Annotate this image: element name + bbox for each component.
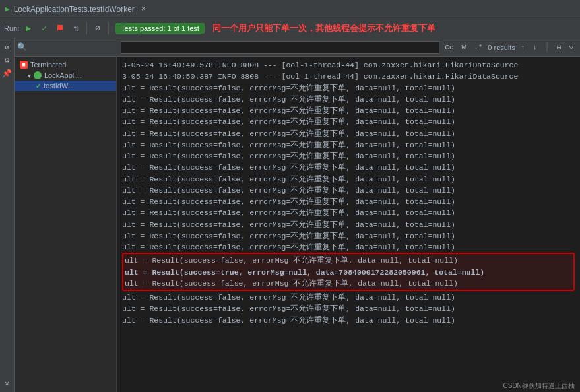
log-line: ult = Result(success=false, errorMsg=不允许… <box>122 94 575 105</box>
top-tab-bar: ▶ LockApplicationTests.testIdWorker × <box>0 0 580 18</box>
log-line: ult = Result(success=false, errorMsg=不允许… <box>122 139 575 150</box>
log-line: ult = Result(success=false, errorMsg=不允许… <box>122 230 575 242</box>
log-line: ult = Result(success=false, errorMsg=不允许… <box>122 219 575 230</box>
log-next-result-icon[interactable]: ↓ <box>531 42 540 53</box>
log-line: ult = Result(success=true, errorMsg=null… <box>125 267 572 278</box>
run-check-icon[interactable]: ✓ <box>38 22 51 35</box>
log-panel: Cc W .* 0 results ↑ ↓ | ⊟ ▽ 3-05-24 16:4… <box>117 38 580 392</box>
separator2 <box>108 22 109 34</box>
separator1 <box>86 22 87 34</box>
tab-close-button[interactable]: × <box>141 5 146 14</box>
action-rerun-icon[interactable]: ↺ <box>1 41 13 53</box>
log-line: ult = Result(success=false, errorMsg=不允许… <box>122 162 575 173</box>
action-pin-icon[interactable]: 📌 <box>1 67 13 79</box>
log-line: ult = Result(success=false, errorMsg=不允许… <box>122 303 575 314</box>
tree-item-terminated-label: Terminated <box>30 61 66 69</box>
test-tree: ■ Terminated ▾ LockAppli... ✔ testIdW... <box>15 57 116 392</box>
action-close-icon[interactable]: ✕ <box>1 377 13 389</box>
log-line: ult = Result(success=false, errorMsg=不允许… <box>122 150 575 162</box>
log-line: ult = Result(success=false, errorMsg=不允许… <box>122 82 575 94</box>
run-label: Run: <box>4 24 19 32</box>
test-status-badge: Tests passed: 1 of 1 test <box>115 23 205 34</box>
log-w-label[interactable]: W <box>459 42 469 53</box>
log-line: ult = Result(success=false, errorMsg=不允许… <box>122 196 575 207</box>
log-line: ult = Result(success=false, errorMsg=不允许… <box>122 128 575 139</box>
log-toolbar: Cc W .* 0 results ↑ ↓ | ⊟ ▽ <box>117 38 580 57</box>
log-line: ult = Result(success=false, errorMsg=不允许… <box>122 105 575 116</box>
log-line: 3-05-24 16:40:50.387 INFO 8808 --- [ool-… <box>122 71 575 82</box>
log-line: ult = Result(success=false, errorMsg=不允许… <box>122 174 575 185</box>
log-results-count: 0 results <box>488 44 515 51</box>
sidebar-search-input[interactable] <box>30 44 117 51</box>
class-icon <box>34 71 42 79</box>
log-line: ult = Result(success=false, errorMsg=不允许… <box>125 278 572 289</box>
log-line: ult = Result(success=false, errorMsg=不允许… <box>122 207 575 218</box>
log-content: 3-05-24 16:40:49.578 INFO 8808 --- [ool-… <box>117 57 580 380</box>
action-settings-icon[interactable]: ⚙ <box>1 54 13 66</box>
sidebar-search-icon: 🔍 <box>17 42 27 52</box>
left-action-bar: ↺ ⚙ 📌 ✕ <box>0 38 15 392</box>
watermark: CSDN@伙加特遇上西柚 <box>117 380 580 392</box>
log-separator: | <box>544 42 550 53</box>
log-line: ult = Result(success=false, errorMsg=不允许… <box>122 185 575 196</box>
test-tree-sidebar: 🔍 ■ Terminated ▾ LockAppli... ✔ testIdW.… <box>15 38 117 392</box>
tree-item-terminated[interactable]: ■ Terminated <box>15 59 116 70</box>
log-prev-result-icon[interactable]: ↑ <box>518 42 528 53</box>
log-line: ult = Result(success=false, errorMsg=不允许… <box>122 242 575 253</box>
run-sort-icon[interactable]: ⇅ <box>69 22 82 35</box>
log-line: 3-05-24 16:40:49.578 INFO 8808 --- [ool-… <box>122 59 575 71</box>
tree-item-lockapp-label: LockAppli... <box>44 71 82 79</box>
play-icon: ▶ <box>5 5 10 13</box>
log-line: ult = Result(success=false, errorMsg=不允许… <box>122 116 575 127</box>
expand-arrow-icon: ▾ <box>28 72 31 79</box>
log-clear-icon[interactable]: ⊟ <box>554 42 564 53</box>
tree-item-lockapp[interactable]: ▾ LockAppli... <box>15 70 116 81</box>
annotation-text: 同一个用户只能下单一次，其他线程会提示不允许重复下单 <box>212 22 435 34</box>
log-line: ult = Result(success=false, errorMsg=不允许… <box>125 255 572 266</box>
terminated-icon: ■ <box>20 61 28 69</box>
log-line: ult = Result(success=false, errorMsg=不允许… <box>122 292 575 303</box>
log-cc-label[interactable]: Cc <box>442 42 456 53</box>
log-line: ult = Result(success=false, errorMsg=不允许… <box>122 315 575 326</box>
log-filter-icon[interactable]: ▽ <box>566 42 576 53</box>
run-filter-icon[interactable]: ⊘ <box>91 22 104 35</box>
tree-item-testidworker[interactable]: ✔ testIdW... <box>15 81 116 91</box>
sidebar-search-bar: 🔍 <box>15 38 116 57</box>
tree-item-testidworker-label: testIdW... <box>44 82 74 90</box>
log-search-input[interactable] <box>121 41 439 54</box>
run-toolbar: Run: ▶ ✓ ⏹ ⇅ ⊘ Tests passed: 1 of 1 test… <box>0 18 580 38</box>
main-area: ↺ ⚙ 📌 ✕ 🔍 ■ Terminated ▾ LockAppli... ✔ <box>0 38 580 392</box>
tab-title[interactable]: LockApplicationTests.testIdWorker <box>14 5 135 14</box>
method-icon: ✔ <box>36 82 41 90</box>
run-stop-icon[interactable]: ⏹ <box>53 22 67 35</box>
run-play-icon[interactable]: ▶ <box>22 22 35 35</box>
log-regex-icon[interactable]: .* <box>471 42 485 53</box>
